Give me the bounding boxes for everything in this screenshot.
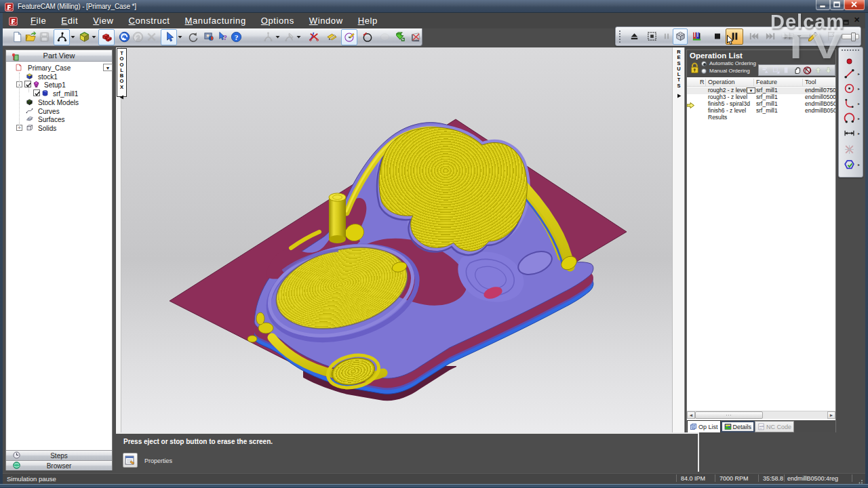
tree-item-curves[interactable]: Curves xyxy=(6,107,112,116)
menu-help[interactable]: Help xyxy=(351,14,385,28)
sort-gray-1-button[interactable] xyxy=(761,66,770,75)
delete-x-button[interactable] xyxy=(144,29,158,45)
geo-fillet-flyout-icon[interactable]: ▸ xyxy=(858,102,862,106)
operation-tool[interactable]: endmill0500:re xyxy=(805,94,836,100)
geometry-box-button[interactable] xyxy=(77,29,91,45)
surface-pen-button[interactable] xyxy=(325,29,338,45)
3d-viewport[interactable] xyxy=(121,47,672,432)
tree-item-primary-case[interactable]: Primary_Case xyxy=(6,64,112,73)
toolpath-gray-2-dropdown-icon[interactable] xyxy=(296,29,302,45)
skip-back-button[interactable] xyxy=(746,28,761,45)
select-arrow-dropdown-icon[interactable] xyxy=(177,29,183,45)
operation-name[interactable]: finish6 - z level xyxy=(708,107,746,114)
hand-no-button[interactable] xyxy=(803,66,812,75)
geo-arc-button[interactable] xyxy=(841,111,857,125)
scroll-left-icon[interactable]: ◄ xyxy=(687,411,695,419)
stock-frame-button[interactable] xyxy=(644,28,659,45)
help-context-button[interactable]: ? xyxy=(216,29,229,45)
geo-polygon-button[interactable] xyxy=(841,157,857,171)
radio-selected-icon[interactable] xyxy=(701,61,707,66)
stop-button[interactable] xyxy=(712,28,723,45)
solid-arrow-button[interactable] xyxy=(393,29,406,45)
operation-tool[interactable]: endmill0750:re xyxy=(805,87,836,94)
tree-item-solids[interactable]: +Solids xyxy=(6,124,112,133)
toolbar-grip[interactable] xyxy=(841,49,861,52)
menu-options[interactable]: Options xyxy=(254,14,302,28)
operation-dropdown[interactable]: ▼ xyxy=(747,87,755,94)
geo-snap-button[interactable] xyxy=(841,142,857,156)
arrow-down-gray-button[interactable] xyxy=(824,66,833,75)
browser-button[interactable]: Browser xyxy=(6,460,112,470)
toolpath-curves-button[interactable] xyxy=(54,29,70,45)
checkbox-checked-icon[interactable] xyxy=(33,89,40,96)
properties-button[interactable] xyxy=(123,453,138,468)
radio-automatic-ordering[interactable]: Automatic Ordering xyxy=(701,60,756,66)
maximize-button[interactable] xyxy=(830,0,844,10)
select-arrow-button[interactable] xyxy=(161,29,177,45)
operation-tool[interactable]: endmillB0500: xyxy=(805,107,836,114)
geo-circle-flyout-icon[interactable]: ▸ xyxy=(858,87,862,91)
tree-item-stock1[interactable]: stock1 xyxy=(6,73,112,81)
geo-dimension-flyout-icon[interactable]: ▸ xyxy=(858,131,862,136)
mdi-close-icon[interactable]: ✕ xyxy=(854,16,860,24)
toolbar-grip[interactable] xyxy=(618,30,621,43)
lock-icon[interactable] xyxy=(690,62,700,77)
operation-feature[interactable]: srf_mill1 xyxy=(756,100,778,107)
geo-circle-button[interactable] xyxy=(841,81,857,95)
toolpath-gray-1-dropdown-icon[interactable] xyxy=(275,29,281,45)
geo-line-flyout-icon[interactable]: ▸ xyxy=(858,72,862,76)
radio-unselected-icon[interactable] xyxy=(701,68,707,74)
new-document-button[interactable] xyxy=(10,29,24,45)
operation-name[interactable]: Results xyxy=(708,114,727,121)
column-header-r[interactable]: R xyxy=(700,79,705,85)
tree-item-setup1[interactable]: -Setup1 xyxy=(6,81,112,89)
column-header-feature[interactable]: Feature xyxy=(756,79,777,85)
operation-name[interactable]: finish5 - spiral3d xyxy=(708,100,750,107)
face-ghost-button[interactable] xyxy=(378,29,391,45)
toolpath-curves-dropdown-icon[interactable] xyxy=(70,29,76,45)
help-button[interactable]: ? xyxy=(229,29,243,45)
menu-manufacturing[interactable]: Manufacturing xyxy=(178,14,254,28)
operation-name[interactable]: rough2 - z level xyxy=(708,87,747,94)
menu-file[interactable]: File xyxy=(23,14,54,28)
checkbox-checked-icon[interactable] xyxy=(24,81,31,87)
eject-button[interactable] xyxy=(627,28,642,45)
menu-construct[interactable]: Construct xyxy=(121,14,178,28)
minimize-button[interactable] xyxy=(816,0,830,10)
geo-line-button[interactable] xyxy=(841,66,857,80)
part-combo-dropdown[interactable]: ▼ xyxy=(103,64,113,71)
menu-edit[interactable]: Edit xyxy=(54,14,85,28)
geo-fillet-button[interactable] xyxy=(841,96,857,110)
simulation-speed-slider[interactable] xyxy=(842,34,859,39)
redo-button[interactable] xyxy=(131,29,144,45)
hand-button[interactable] xyxy=(793,66,802,75)
open-folder-button[interactable] xyxy=(24,29,37,45)
geo-arc-flyout-icon[interactable]: ▸ xyxy=(858,117,862,121)
iso-box-button[interactable] xyxy=(673,28,688,45)
operation-name[interactable]: rough3 - z level xyxy=(708,94,747,100)
results-collapsed-strip[interactable] xyxy=(672,47,685,432)
rotate-view-button[interactable] xyxy=(186,29,199,45)
pause-small-button[interactable] xyxy=(662,28,671,45)
operation-feature[interactable]: srf_mill1 xyxy=(756,87,778,94)
tree-item-srf-mill1[interactable]: srf_mill1 xyxy=(6,89,112,98)
column-header-operation[interactable]: Operation xyxy=(708,79,735,85)
toolbox-collapsed-strip[interactable] xyxy=(116,47,121,432)
steps-button[interactable]: Steps xyxy=(6,450,112,460)
column-header-tool[interactable]: Tool xyxy=(805,79,816,85)
geo-polygon-flyout-icon[interactable]: ▸ xyxy=(858,163,862,167)
operation-feature[interactable]: srf_mill1 xyxy=(756,94,778,100)
slider-thumb[interactable] xyxy=(851,33,856,41)
results-tab[interactable]: RESULTS xyxy=(674,49,684,101)
radio-manual-ordering[interactable]: Manual Ordering xyxy=(701,68,750,74)
save-button[interactable] xyxy=(37,29,51,45)
geo-dimension-button[interactable] xyxy=(841,126,857,140)
close-button[interactable] xyxy=(844,0,865,10)
tree-item-stock-models[interactable]: Stock Models xyxy=(6,98,112,107)
arrow-up-gray-button[interactable] xyxy=(814,66,823,75)
tree-item-surfaces[interactable]: Surfaces xyxy=(6,115,112,124)
tab-op-list[interactable]: Op List xyxy=(687,420,721,432)
menu-window[interactable]: Window xyxy=(302,14,351,28)
operation-tool[interactable]: endmillB0500: xyxy=(805,100,836,107)
sort-gray-2-button[interactable] xyxy=(772,66,781,75)
